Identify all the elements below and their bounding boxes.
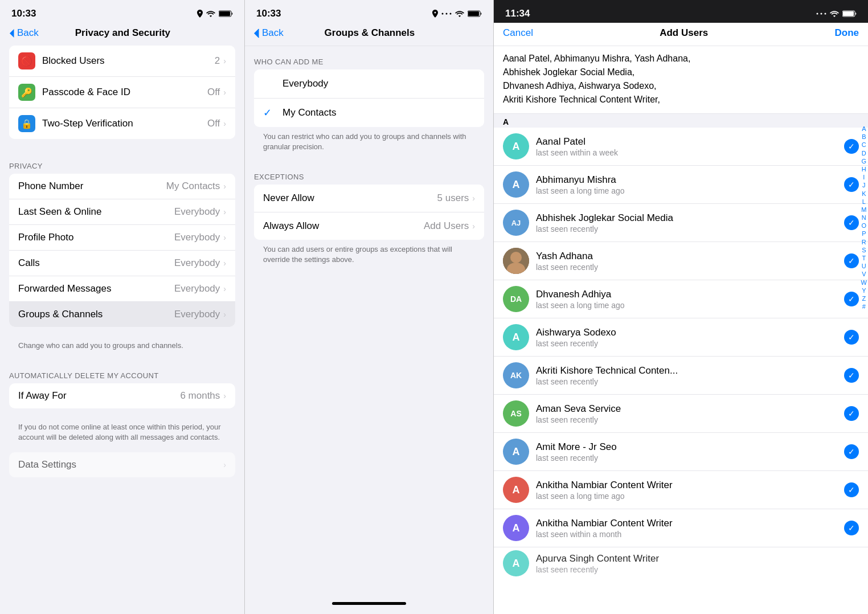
- status-icons-3: [816, 10, 857, 17]
- battery-icon-2: [468, 10, 482, 17]
- alpha-i[interactable]: I: [863, 174, 865, 181]
- contact-item-abhishek[interactable]: AJ Abhishek Joglekar Social Media last s…: [494, 204, 868, 242]
- two-step-icon: 🔒: [18, 115, 35, 132]
- contact-name-aishwarya: Aishwarya Sodexo: [536, 327, 844, 338]
- alpha-b[interactable]: B: [862, 133, 866, 141]
- everybody-label: Everybody: [282, 78, 328, 89]
- check-amit: ✓: [844, 444, 859, 459]
- alpha-o[interactable]: O: [862, 222, 867, 230]
- alpha-y[interactable]: Y: [862, 287, 866, 294]
- contact-status-aishwarya: last seen recently: [536, 339, 844, 348]
- never-allow-item[interactable]: Never Allow 5 users ›: [254, 185, 484, 212]
- alpha-d[interactable]: D: [862, 150, 866, 157]
- status-bar-3: 11:34: [494, 0, 868, 23]
- contact-item-akriti[interactable]: AK Akriti Kishore Technical Conten... la…: [494, 357, 868, 395]
- cancel-button[interactable]: Cancel: [503, 27, 533, 39]
- alpha-j[interactable]: J: [862, 182, 866, 189]
- alpha-g[interactable]: G: [862, 158, 867, 165]
- dots-icon-2: [441, 13, 452, 15]
- alpha-hash[interactable]: #: [862, 303, 866, 310]
- alpha-n[interactable]: N: [862, 214, 866, 222]
- if-away-item[interactable]: If Away For 6 months ›: [9, 383, 235, 408]
- who-can-header: WHO CAN ADD ME: [245, 46, 493, 69]
- alpha-c[interactable]: C: [862, 141, 866, 149]
- check-abhimanyu: ✓: [844, 177, 859, 192]
- blocked-users-item[interactable]: 🚫 Blocked Users 2 ›: [9, 46, 235, 77]
- profile-photo-value: Everybody: [174, 232, 220, 243]
- profile-photo-item[interactable]: Profile Photo Everybody ›: [9, 225, 235, 251]
- contact-info-akriti: Akriti Kishore Technical Conten... last …: [536, 365, 844, 386]
- contact-item-aanal-patel[interactable]: A Aanal Patel last seen within a week ✓: [494, 128, 868, 166]
- alpha-h[interactable]: H: [862, 166, 866, 173]
- alpha-m[interactable]: M: [861, 206, 866, 214]
- wifi-icon-2: [455, 10, 464, 17]
- groups-channels-item[interactable]: Groups & Channels Everybody ›: [9, 302, 235, 327]
- avatar-aishwarya: A: [503, 324, 529, 350]
- contact-name-ankitha-1: Ankitha Nambiar Content Writer: [536, 480, 844, 491]
- alpha-l[interactable]: L: [862, 198, 866, 206]
- svg-point-13: [510, 252, 522, 263]
- alpha-k[interactable]: K: [862, 190, 866, 198]
- always-allow-item[interactable]: Always Allow Add Users ›: [254, 212, 484, 240]
- svg-point-7: [817, 13, 818, 15]
- svg-point-4: [450, 13, 452, 15]
- alpha-t[interactable]: T: [862, 255, 866, 262]
- calls-item[interactable]: Calls Everybody ›: [9, 251, 235, 276]
- phone-number-label: Phone Number: [18, 181, 166, 192]
- contact-item-ankitha-2[interactable]: A Ankitha Nambiar Content Writer last se…: [494, 509, 868, 547]
- contact-name-amit: Amit More - Jr Seo: [536, 441, 844, 453]
- svg-rect-1: [219, 11, 230, 16]
- check-abhishek: ✓: [844, 215, 859, 230]
- passcode-icon: 🔑: [18, 84, 35, 101]
- done-button[interactable]: Done: [834, 27, 859, 39]
- alpha-u[interactable]: U: [862, 263, 866, 270]
- data-settings-item[interactable]: Data Settings ›: [9, 452, 235, 477]
- check-yash: ✓: [844, 253, 859, 268]
- profile-photo-label: Profile Photo: [18, 232, 174, 243]
- alpha-z[interactable]: Z: [862, 295, 866, 302]
- phone-number-item[interactable]: Phone Number My Contacts ›: [9, 174, 235, 199]
- avatar-aanal-patel: A: [503, 133, 529, 159]
- back-label-1: Back: [17, 27, 39, 39]
- contact-status-aanal-patel: last seen within a week: [536, 148, 844, 157]
- passcode-item[interactable]: 🔑 Passcode & Face ID Off ›: [9, 77, 235, 108]
- last-seen-value: Everybody: [174, 206, 220, 218]
- status-time-1: 10:33: [11, 8, 36, 19]
- contact-item-dhvanesh[interactable]: DA Dhvanesh Adhiya last seen a long time…: [494, 280, 868, 318]
- back-chevron-icon-1: [9, 28, 15, 38]
- groups-footer: Change who can add you to groups and cha…: [0, 338, 244, 360]
- two-step-item[interactable]: 🔒 Two-Step Verification Off ›: [9, 108, 235, 139]
- check-aman: ✓: [844, 406, 859, 421]
- alpha-v[interactable]: V: [862, 271, 866, 278]
- contact-item-yash[interactable]: Yash Adhana last seen recently ✓: [494, 242, 868, 280]
- add-users-panel: 11:34 Cancel Add Users Done Aanal Patel,…: [494, 0, 868, 614]
- status-icons-1: [197, 10, 233, 18]
- back-button-1[interactable]: Back: [9, 27, 39, 39]
- contact-info-apurva: Apurva Singh Content Writer last seen re…: [536, 553, 859, 574]
- my-contacts-option[interactable]: ✓ My Contacts: [254, 99, 484, 127]
- alpha-p[interactable]: P: [862, 230, 866, 238]
- home-indicator-2: [332, 602, 406, 605]
- forwarded-messages-item[interactable]: Forwarded Messages Everybody ›: [9, 276, 235, 302]
- last-seen-item[interactable]: Last Seen & Online Everybody ›: [9, 199, 235, 225]
- alpha-r[interactable]: R: [862, 239, 866, 246]
- avatar-ankitha-2: A: [503, 515, 529, 541]
- contact-item-aishwarya[interactable]: A Aishwarya Sodexo last seen recently ✓: [494, 318, 868, 357]
- always-allow-label: Always Allow: [263, 220, 424, 232]
- settings-list-1: 🚫 Blocked Users 2 › 🔑 Passcode & Face ID…: [9, 46, 235, 139]
- auto-delete-footer: If you do not come online at least once …: [0, 420, 244, 452]
- contact-item-aman[interactable]: AS Aman Seva Service last seen recently …: [494, 395, 868, 433]
- never-allow-value: 5 users: [437, 193, 469, 204]
- alpha-a[interactable]: A: [862, 125, 866, 133]
- contact-item-amit[interactable]: A Amit More - Jr Seo last seen recently …: [494, 433, 868, 471]
- contact-item-ankitha-1[interactable]: A Ankitha Nambiar Content Writer last se…: [494, 471, 868, 509]
- contact-item-abhimanyu[interactable]: A Abhimanyu Mishra last seen a long time…: [494, 166, 868, 204]
- chevron-icon: ›: [223, 207, 226, 216]
- back-button-2[interactable]: Back: [254, 27, 284, 39]
- alpha-w[interactable]: W: [861, 279, 867, 286]
- contact-name-abhishek: Abhishek Joglekar Social Media: [536, 212, 844, 224]
- contact-item-apurva[interactable]: A Apurva Singh Content Writer last seen …: [494, 547, 868, 579]
- everybody-option[interactable]: ✓ Everybody: [254, 69, 484, 99]
- contact-info-aanal-patel: Aanal Patel last seen within a week: [536, 136, 844, 157]
- alpha-s[interactable]: S: [862, 247, 866, 254]
